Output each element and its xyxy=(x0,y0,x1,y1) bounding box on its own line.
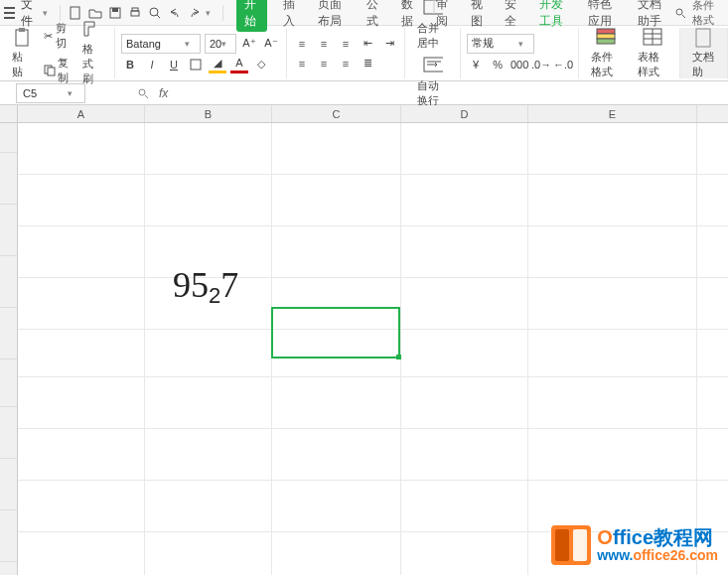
chevron-down-icon[interactable]: ▾ xyxy=(43,8,48,18)
cell[interactable] xyxy=(272,429,401,480)
cell[interactable] xyxy=(401,377,528,428)
cond-format-button[interactable]: 条件格式 xyxy=(585,26,628,81)
cell[interactable] xyxy=(528,123,697,174)
increase-font-button[interactable]: A⁺ xyxy=(240,35,258,53)
row-header[interactable] xyxy=(0,459,17,510)
tab-security[interactable]: 安全 xyxy=(501,0,523,32)
select-all-corner[interactable] xyxy=(0,105,18,123)
cell[interactable] xyxy=(145,429,272,480)
cell[interactable] xyxy=(145,532,272,575)
cond-format-link[interactable]: 条件格式 xyxy=(692,0,724,28)
tab-start[interactable]: 开始 xyxy=(236,0,267,32)
clear-format-button[interactable]: ◇ xyxy=(252,56,270,73)
row-header[interactable] xyxy=(0,407,17,459)
cell[interactable] xyxy=(272,481,401,531)
indent-inc-button[interactable]: ⇥ xyxy=(380,35,398,53)
print-icon[interactable] xyxy=(128,5,142,21)
col-header-b[interactable]: B xyxy=(145,105,272,122)
percent-button[interactable]: % xyxy=(489,56,507,73)
merge-center-button[interactable]: 合并居中 xyxy=(411,0,454,53)
cell[interactable] xyxy=(272,175,401,225)
font-name-select[interactable]: Batang▾ xyxy=(121,34,201,54)
table-style-button[interactable]: 表格样式 xyxy=(632,26,674,81)
fx-label[interactable]: fx xyxy=(159,86,168,100)
align-right-button[interactable]: ≡ xyxy=(337,55,355,72)
col-header-c[interactable]: C xyxy=(272,105,401,122)
format-painter-button[interactable]: 格式刷 xyxy=(76,18,108,88)
align-center-button[interactable]: ≡ xyxy=(315,55,333,72)
cell[interactable] xyxy=(401,123,528,174)
cell[interactable] xyxy=(528,429,697,480)
row-header[interactable] xyxy=(0,510,17,562)
row-header[interactable] xyxy=(0,562,17,575)
cell[interactable] xyxy=(145,481,272,531)
tab-view[interactable]: 视图 xyxy=(467,0,490,32)
align-bottom-button[interactable]: ≡ xyxy=(337,35,355,53)
border-button[interactable] xyxy=(187,56,205,73)
save-icon[interactable] xyxy=(108,5,122,21)
cell[interactable] xyxy=(272,123,401,174)
font-size-select[interactable]: 20▾ xyxy=(205,34,236,54)
row-header[interactable] xyxy=(0,359,17,407)
col-header-e[interactable]: E xyxy=(528,105,697,122)
redo-icon[interactable] xyxy=(188,5,202,21)
currency-button[interactable]: ¥ xyxy=(467,56,485,73)
cell[interactable] xyxy=(528,278,697,329)
undo-icon[interactable] xyxy=(168,5,182,21)
cell[interactable] xyxy=(18,377,145,428)
cell[interactable] xyxy=(272,330,401,376)
decrease-font-button[interactable]: A⁻ xyxy=(262,35,280,53)
doc-assist-button[interactable]: 文档助 xyxy=(686,26,721,81)
search-icon[interactable] xyxy=(674,5,686,21)
cell[interactable] xyxy=(18,532,145,575)
dec-decimal-button[interactable]: ←.0 xyxy=(554,56,572,73)
row-header[interactable] xyxy=(0,123,17,153)
paste-button[interactable]: 粘贴 xyxy=(6,26,38,81)
cell[interactable] xyxy=(528,377,697,428)
cell[interactable] xyxy=(18,226,145,277)
align-left-button[interactable]: ≡ xyxy=(293,55,311,72)
row-header[interactable] xyxy=(0,153,17,205)
cell[interactable] xyxy=(272,377,401,428)
cell[interactable] xyxy=(145,330,272,376)
tab-insert[interactable]: 插入 xyxy=(279,0,302,32)
wrap-text-button[interactable]: 自动换行 xyxy=(411,55,454,110)
cell[interactable] xyxy=(401,278,528,329)
cell[interactable] xyxy=(528,226,697,277)
bold-button[interactable]: B xyxy=(121,56,139,73)
cell[interactable] xyxy=(145,377,272,428)
indent-dec-button[interactable]: ⇤ xyxy=(359,35,376,53)
col-header-d[interactable]: D xyxy=(401,105,528,122)
inc-decimal-button[interactable]: .0→ xyxy=(532,56,550,73)
cell[interactable] xyxy=(18,481,145,531)
qat-more-icon[interactable]: ▾ xyxy=(206,8,211,18)
cell[interactable] xyxy=(145,123,272,174)
number-format-select[interactable]: 常规▾ xyxy=(467,34,534,54)
row-header[interactable] xyxy=(0,308,17,359)
cell[interactable] xyxy=(145,175,272,225)
cell[interactable] xyxy=(401,532,528,575)
tab-formula[interactable]: 公式 xyxy=(363,0,385,32)
font-color-button[interactable]: A xyxy=(230,56,248,73)
cell[interactable] xyxy=(401,481,528,531)
cell[interactable] xyxy=(18,278,145,329)
cell[interactable] xyxy=(18,429,145,480)
cell[interactable] xyxy=(401,429,528,480)
align-middle-button[interactable]: ≡ xyxy=(315,35,333,53)
cell[interactable] xyxy=(528,481,697,531)
comma-button[interactable]: 000 xyxy=(510,56,528,73)
distribute-button[interactable]: ≣ xyxy=(359,55,376,72)
fx-search-icon[interactable] xyxy=(135,85,151,101)
cell[interactable] xyxy=(18,123,145,174)
cut-button[interactable]: ✂剪切 xyxy=(42,19,73,53)
cell[interactable] xyxy=(401,330,528,376)
cell[interactable] xyxy=(18,330,145,376)
cell[interactable] xyxy=(528,330,697,376)
preview-icon[interactable] xyxy=(148,5,162,21)
cell[interactable] xyxy=(272,532,401,575)
cell-grid[interactable]: 9527 xyxy=(18,123,728,575)
cell[interactable] xyxy=(528,175,697,225)
col-header-a[interactable]: A xyxy=(18,105,145,122)
italic-button[interactable]: I xyxy=(143,56,161,73)
tab-page-layout[interactable]: 页面布局 xyxy=(314,0,351,32)
